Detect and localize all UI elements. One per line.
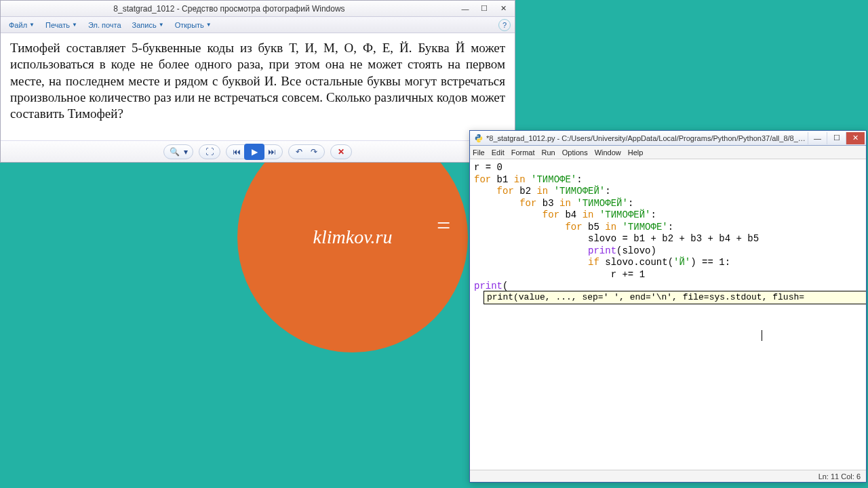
maximize-button[interactable]: ☐ [475,3,493,15]
rotate-left-button[interactable]: ↶ [292,146,307,158]
minimize-button[interactable]: — [456,3,474,15]
equals-sign: = [437,211,450,240]
zoom-dropdown[interactable]: ▾ [182,146,190,158]
photo-viewer-toolbar: 🔍 ▾ ⛶ ⏮ ▶ ⏭ ↶ ↷ ✕ [1,140,515,162]
menu-email[interactable]: Эл. почта [84,20,125,30]
idle-cursor-position: Ln: 11 Col: 6 [818,472,861,481]
delete-button[interactable]: ✕ [334,146,349,158]
prev-button[interactable]: ⏮ [229,146,244,158]
rotate-right-button[interactable]: ↷ [307,146,321,158]
idle-menu-window[interactable]: Window [595,148,621,157]
photo-viewer-window: 8_statgrad_1012 - Средство просмотра фот… [0,0,515,163]
idle-minimize-button[interactable]: — [808,132,827,144]
python-icon [474,134,484,143]
photo-viewer-titlebar[interactable]: 8_statgrad_1012 - Средство просмотра фот… [1,1,515,17]
photo-viewer-body: Тимофей составляет 5-буквенные коды из б… [1,33,515,140]
play-button[interactable]: ▶ [244,144,264,160]
idle-menu-edit[interactable]: Edit [492,148,505,157]
photo-viewer-title: 8_statgrad_1012 - Средство просмотра фот… [3,4,455,14]
idle-menu-help[interactable]: Help [628,148,644,157]
chevron-down-icon: ▼ [72,22,77,28]
idle-title: *8_statgrad_1012.py - C:/Users/Universit… [486,134,808,142]
menu-file[interactable]: Файл▼ [5,20,39,30]
idle-menubar: File Edit Format Run Options Window Help [470,146,866,159]
task-text: Тимофей составляет 5-буквенные коды из б… [10,40,505,123]
next-button[interactable]: ⏭ [264,146,279,158]
idle-statusbar: Ln: 11 Col: 6 [470,470,866,482]
menu-open[interactable]: Открыть▼ [171,20,216,30]
idle-menu-run[interactable]: Run [542,148,555,157]
idle-maximize-button[interactable]: ☐ [827,132,846,144]
idle-menu-format[interactable]: Format [511,148,535,157]
idle-titlebar[interactable]: *8_statgrad_1012.py - C:/Users/Universit… [470,131,866,146]
fit-icon[interactable]: ⛶ [202,146,217,158]
brand-text: klimkov.ru [313,226,393,248]
text-cursor [762,330,762,341]
menu-print[interactable]: Печать▼ [41,20,81,30]
idle-window: *8_statgrad_1012.py - C:/Users/Universit… [469,130,867,483]
close-button[interactable]: ✕ [494,3,512,15]
idle-close-button[interactable]: ✕ [846,132,865,144]
calltip-tooltip: print(value, ..., sep=' ', end='\n', fil… [484,291,866,304]
idle-editor[interactable]: r = 0 for b1 in 'ТИМОФЕ': for b2 in 'ТИМ… [470,159,866,470]
chevron-down-icon: ▼ [159,22,164,28]
idle-menu-options[interactable]: Options [562,148,588,157]
photo-viewer-menubar: Файл▼ Печать▼ Эл. почта Запись▼ Открыть▼… [1,17,515,33]
help-button[interactable]: ? [498,19,511,31]
idle-menu-file[interactable]: File [473,148,485,157]
zoom-icon[interactable]: 🔍 [167,146,182,158]
chevron-down-icon: ▼ [29,22,35,28]
menu-burn[interactable]: Запись▼ [128,20,168,30]
chevron-down-icon: ▼ [206,22,212,28]
